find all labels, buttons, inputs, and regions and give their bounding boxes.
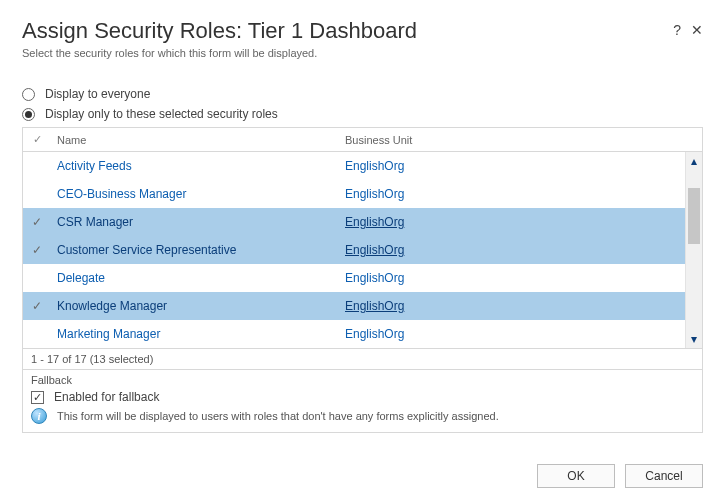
row-checkmark[interactable]: ✓ — [23, 299, 51, 313]
cancel-button[interactable]: Cancel — [625, 464, 703, 488]
business-unit-cell[interactable]: EnglishOrg — [339, 159, 684, 173]
table-row[interactable]: CEO-Business ManagerEnglishOrg — [23, 180, 702, 208]
scroll-up-icon[interactable]: ▴ — [686, 152, 702, 170]
scrollbar[interactable]: ▴ ▾ — [685, 152, 702, 348]
table-row[interactable]: ✓CSR ManagerEnglishOrg — [23, 208, 702, 236]
dialog-title: Assign Security Roles: Tier 1 Dashboard — [22, 18, 417, 44]
role-name-link[interactable]: CEO-Business Manager — [57, 187, 186, 201]
table-row[interactable]: Marketing ManagerEnglishOrg — [23, 320, 702, 348]
business-unit-cell[interactable]: EnglishOrg — [339, 243, 684, 257]
ok-button[interactable]: OK — [537, 464, 615, 488]
close-icon[interactable]: ✕ — [691, 22, 703, 38]
role-name-link[interactable]: Customer Service Representative — [57, 243, 236, 257]
radio-display-selected[interactable] — [22, 108, 35, 121]
column-header-business-unit[interactable]: Business Unit — [339, 134, 684, 146]
table-row[interactable]: DelegateEnglishOrg — [23, 264, 702, 292]
scroll-down-icon[interactable]: ▾ — [686, 330, 702, 348]
table-row[interactable]: ✓Customer Service RepresentativeEnglishO… — [23, 236, 702, 264]
scroll-thumb[interactable] — [688, 188, 700, 244]
info-icon: i — [31, 408, 47, 424]
fallback-info-text: This form will be displayed to users wit… — [57, 410, 499, 422]
fallback-checkbox-label: Enabled for fallback — [54, 390, 159, 404]
role-name-link[interactable]: Marketing Manager — [57, 327, 160, 341]
business-unit-cell[interactable]: EnglishOrg — [339, 271, 684, 285]
radio-display-everyone[interactable] — [22, 88, 35, 101]
scroll-track[interactable] — [686, 170, 702, 330]
business-unit-cell[interactable]: EnglishOrg — [339, 327, 684, 341]
fallback-checkbox[interactable] — [31, 391, 44, 404]
help-icon[interactable]: ? — [673, 22, 681, 38]
role-name-link[interactable]: CSR Manager — [57, 215, 133, 229]
roles-table: ✓ Name Business Unit Activity FeedsEngli… — [22, 127, 703, 349]
row-checkmark[interactable]: ✓ — [23, 215, 51, 229]
dialog-subtitle: Select the security roles for which this… — [22, 47, 417, 59]
pager-status: 1 - 17 of 17 (13 selected) — [22, 349, 703, 370]
table-row[interactable]: ✓Knowledge ManagerEnglishOrg — [23, 292, 702, 320]
row-checkmark[interactable]: ✓ — [23, 243, 51, 257]
fallback-section-label: Fallback — [31, 374, 694, 386]
radio-display-everyone-label: Display to everyone — [45, 87, 150, 101]
business-unit-cell[interactable]: EnglishOrg — [339, 299, 684, 313]
table-row[interactable]: Activity FeedsEnglishOrg — [23, 152, 702, 180]
column-header-select-all[interactable]: ✓ — [23, 133, 51, 146]
role-name-link[interactable]: Knowledge Manager — [57, 299, 167, 313]
role-name-link[interactable]: Activity Feeds — [57, 159, 132, 173]
business-unit-cell[interactable]: EnglishOrg — [339, 187, 684, 201]
radio-display-selected-label: Display only to these selected security … — [45, 107, 278, 121]
business-unit-cell[interactable]: EnglishOrg — [339, 215, 684, 229]
role-name-link[interactable]: Delegate — [57, 271, 105, 285]
column-header-name[interactable]: Name — [51, 134, 339, 146]
